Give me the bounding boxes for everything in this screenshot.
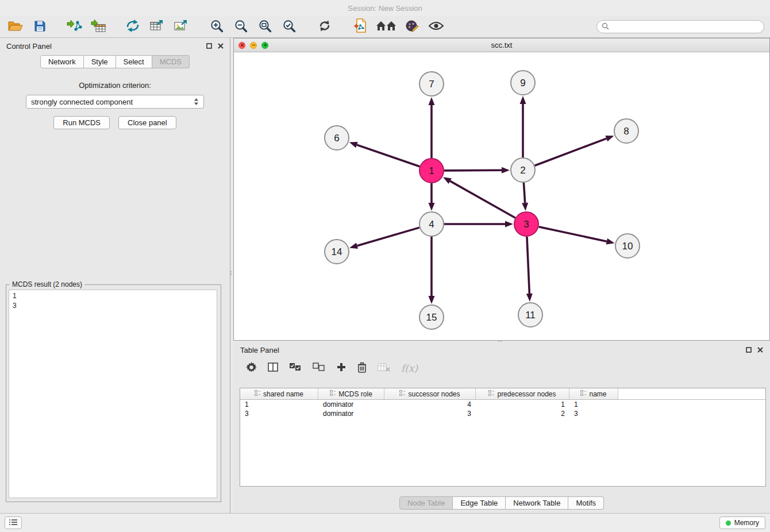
table-row[interactable]: 1dominator411 [240,400,765,409]
window-title: Session: New Session [348,4,422,13]
edge-arrowhead-icon [443,177,452,184]
panel-divider-handle[interactable] [229,268,232,278]
chevron-updown-icon [194,98,199,106]
column-header-shared-name[interactable]: shared name [240,388,318,399]
edge-arrowhead-icon [520,96,526,104]
tab-network-table[interactable]: Network Table [506,496,568,510]
tab-select[interactable]: Select [116,55,152,68]
graph-edge-3-11[interactable] [527,237,529,294]
window-titlebar: Session: New Session [0,0,770,16]
table-panel-title: Table Panel [240,346,279,354]
columns-icon[interactable] [268,362,278,375]
column-header-predecessor-nodes[interactable]: predecessor nodes [476,388,569,399]
task-history-button[interactable] [5,516,22,529]
zoom-in-button[interactable] [207,17,226,37]
search-box[interactable] [596,20,764,33]
column-header-name[interactable]: name [569,388,618,399]
graph-edge-2-8[interactable] [535,138,607,165]
graph-node-3[interactable]: 3 [514,212,538,236]
float-table-panel-icon[interactable] [746,346,752,354]
sort-icon [488,390,495,398]
graph-node-9[interactable]: 9 [511,71,535,95]
table-cell[interactable]: 3 [569,409,618,418]
close-panel-button[interactable]: Close panel [118,116,176,129]
search-input[interactable] [612,22,759,32]
tab-motifs[interactable]: Motifs [568,496,604,510]
close-window-icon[interactable] [238,42,245,49]
zoom-out-button[interactable] [231,17,251,37]
tab-style[interactable]: Style [84,55,116,68]
graph-edge-1-6[interactable] [357,145,419,167]
graph-edge-3-1[interactable] [450,181,515,218]
graph-edge-1-2[interactable] [444,170,502,171]
edge-arrowhead-icon [606,238,615,245]
open-session-button[interactable] [6,17,25,37]
close-table-panel-icon[interactable] [757,346,763,354]
optimization-criterion-select[interactable]: strongly connected component [26,95,204,109]
tab-edge-table[interactable]: Edge Table [453,496,506,510]
select-all-icon[interactable] [289,363,302,374]
graph-edge-4-14[interactable] [357,228,419,246]
table-cell[interactable]: 3 [384,409,476,418]
close-panel-icon[interactable] [218,42,224,51]
refresh-button[interactable] [315,17,334,37]
graph-node-1[interactable]: 1 [419,159,444,183]
tab-network[interactable]: Network [40,55,84,68]
show-hide-button[interactable] [426,17,446,37]
edge-arrowhead-icon [505,221,513,228]
network-graph[interactable]: 7968124314101511 [234,52,769,340]
svg-text:15: 15 [426,312,437,323]
zoom-fit-button[interactable] [255,17,275,37]
table-cell[interactable]: dominator [318,409,384,418]
graph-node-14[interactable]: 14 [325,240,349,264]
table-cell[interactable]: 3 [240,409,318,418]
zoom-selected-icon [282,19,296,34]
column-header-successor-nodes[interactable]: successor nodes [384,388,476,399]
sort-icon [255,390,261,398]
zoom-selected-button[interactable] [279,17,299,37]
table-cell[interactable]: 1 [240,400,318,409]
graph-node-15[interactable]: 15 [419,305,444,329]
table-cell[interactable]: 2 [476,409,569,418]
import-table-button[interactable] [88,17,108,37]
graph-node-8[interactable]: 8 [614,119,638,143]
graph-node-11[interactable]: 11 [518,303,542,327]
table-row[interactable]: 3dominator323 [240,409,765,418]
float-window-icon[interactable] [206,42,212,51]
trash-icon[interactable] [357,362,367,375]
graph-node-10[interactable]: 10 [615,234,640,258]
table-cell[interactable]: dominator [318,400,384,409]
table-cell[interactable]: 4 [384,400,476,409]
import-network-button[interactable] [64,17,84,37]
new-table-button[interactable] [147,17,167,37]
unselect-all-icon[interactable] [313,363,325,374]
add-column-icon[interactable] [336,362,346,375]
memory-button[interactable]: Memory [719,516,765,529]
minimize-window-icon[interactable] [250,42,257,49]
graph-edge-2-3[interactable] [523,183,525,203]
style-edit-button[interactable] [402,17,422,37]
maximize-window-icon[interactable] [261,42,268,49]
table-cell[interactable]: 1 [476,400,569,409]
tab-mcds[interactable]: MCDS [152,55,190,68]
mcds-result-text[interactable]: 1 3 [9,290,217,498]
table-cell[interactable]: 1 [569,400,618,409]
graph-node-7[interactable]: 7 [419,72,444,96]
gear-icon[interactable] [246,362,257,375]
export-image-button[interactable] [171,17,191,37]
table-panel-tabs: Node Table Edge Table Network Table Moti… [233,496,770,510]
edge-arrowhead-icon [349,242,358,249]
network-document-button[interactable] [351,17,370,37]
tab-node-table[interactable]: Node Table [399,496,453,510]
control-panel: Control Panel Network Style Select MCDS … [0,38,230,513]
run-mcds-button[interactable]: Run MCDS [53,116,110,129]
graph-node-6[interactable]: 6 [325,126,349,150]
table-header-row: shared name MCDS role successor nodes pr… [240,388,765,400]
graph-node-4[interactable]: 4 [419,212,444,236]
graph-node-2[interactable]: 2 [511,158,535,182]
column-header-mcds-role[interactable]: MCDS role [318,388,384,399]
graph-edge-3-10[interactable] [539,227,607,242]
new-network-button[interactable] [123,17,143,37]
save-session-button[interactable] [30,17,49,37]
home-button[interactable] [375,17,398,37]
